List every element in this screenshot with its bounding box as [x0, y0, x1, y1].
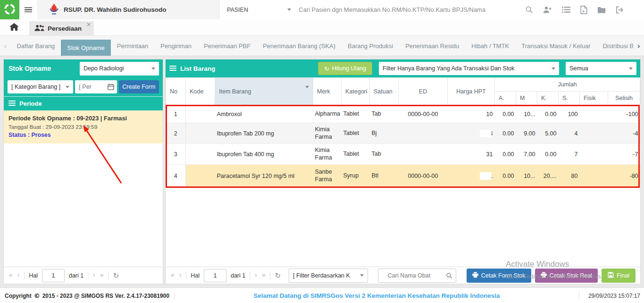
col-item-barang[interactable]: Item Barang — [215, 78, 301, 105]
obat-searchbox — [378, 269, 456, 283]
tab-persediaan[interactable]: Persediaan × — [29, 21, 94, 35]
cell-fisik — [580, 105, 608, 123]
cell-jumlah-m: 7.00 — [516, 144, 537, 165]
last-page-icon[interactable]: » — [100, 272, 104, 279]
table-row[interactable]: 2 Ibuprofen Tab 200 mg Kimia Farma Table… — [166, 123, 640, 144]
cell-no: 3 — [166, 144, 186, 165]
col-ed[interactable]: ED — [399, 78, 448, 105]
cell-jumlah-k: 0.00 — [537, 105, 559, 123]
col-jumlah-k[interactable]: K. — [537, 92, 559, 105]
cell-satuan: Tab — [370, 105, 399, 123]
nav-item-penerimaan-residu[interactable]: Penerimaan Residu — [399, 36, 465, 56]
col-kode[interactable]: Kode — [186, 78, 215, 105]
close-tab-icon[interactable]: × — [86, 22, 91, 27]
cell-harga-hpt: 2.1 — [448, 165, 495, 187]
cell-jumlah-s: 7 — [559, 144, 580, 165]
cetak-stok-real-button[interactable]: Cetak Stok Real — [535, 269, 598, 283]
periode-card-status: Status : Proses — [8, 131, 158, 140]
cell-no: 1 — [166, 105, 186, 123]
col-jumlah-m[interactable]: M — [516, 92, 537, 105]
col-merk[interactable]: Merk — [313, 78, 342, 105]
nav-item-penerimaan-pbf[interactable]: Penerimaan PBF — [198, 36, 257, 56]
col-no[interactable]: No — [166, 78, 186, 105]
kategori-barang-dropdown[interactable]: [ Kategori Barang ] — [8, 80, 73, 93]
list-icon[interactable] — [562, 6, 570, 13]
next-page-icon[interactable]: › — [92, 272, 95, 279]
col-jumlah-s[interactable]: S. — [559, 92, 580, 105]
cell-kategori: Tablet — [342, 123, 370, 144]
cell-kode — [186, 144, 215, 165]
depo-dropdown-value: Depo Radiologi — [84, 65, 124, 72]
nav-item-pengiriman[interactable]: Pengiriman — [154, 36, 198, 56]
logout-icon[interactable] — [616, 6, 624, 14]
filter-transaksi-dropdown[interactable]: Filter Hanya Barang Yang Ada Transaksi D… — [379, 62, 559, 75]
stok-opname-panel: Stok Opname Depo Radiologi [ Kategori Ba… — [4, 59, 163, 284]
nav-item-daftar-barang[interactable]: Daftar Barang — [10, 36, 61, 56]
prev-page-icon[interactable]: ‹ — [179, 272, 182, 279]
cell-jumlah-m: 9.00 — [516, 123, 537, 144]
final-label: Final — [617, 272, 629, 279]
page-number-input[interactable] — [42, 269, 65, 282]
divider — [250, 272, 250, 279]
cetak-form-stok-button[interactable]: Cetak Form Stok — [467, 269, 531, 283]
pdf-file-icon[interactable] — [580, 6, 587, 14]
table-row[interactable]: 3 Ibuprofen Tab 400 mg Kimia Farma Table… — [166, 144, 640, 165]
nav-item-penerimaan-barang-ska[interactable]: Penerimaan Barang (SKA) — [257, 36, 342, 56]
patient-search-input[interactable] — [298, 6, 505, 14]
cell-jumlah-m: 10... — [516, 165, 537, 187]
last-page-icon[interactable]: » — [261, 272, 266, 279]
col-item-filter-caret[interactable] — [301, 78, 313, 105]
search-icon[interactable] — [446, 272, 452, 279]
refresh-icon[interactable]: ↻ — [113, 271, 119, 280]
module-selector[interactable]: PASIEN — [219, 0, 298, 19]
nav-scroll-right-icon[interactable]: › — [633, 36, 644, 56]
final-button[interactable]: Final — [602, 269, 636, 283]
folder-icon[interactable] — [597, 6, 606, 13]
col-fisik[interactable]: Fisik — [580, 92, 608, 105]
menu-toggle-button[interactable] — [19, 0, 38, 19]
dari-label: dari 1 — [69, 272, 84, 279]
first-page-icon[interactable]: « — [170, 272, 175, 279]
col-kategori[interactable]: Kategori — [342, 78, 370, 105]
redaction-patch — [480, 130, 492, 137]
simgos-swirl-icon — [3, 3, 16, 17]
hitung-ulang-label: Hitung Ulang — [332, 65, 366, 72]
caret-down-icon — [360, 274, 364, 277]
table-row[interactable]: 1 Ambroxol Alpharma Tablet Tab 0000-00-0… — [166, 105, 640, 123]
next-page-icon[interactable]: › — [254, 272, 257, 279]
col-selisih[interactable]: Selisih — [608, 92, 640, 105]
col-jumlah-a[interactable]: A. — [495, 92, 516, 105]
refresh-icon[interactable]: ↻ — [275, 271, 281, 280]
footer-datetime-wrap: 29/09/2023 15:07:17 — [574, 292, 644, 299]
cell-selisih: -4 — [608, 123, 640, 144]
filter-kemasan-dropdown[interactable]: [ Filter Berdasarkan K — [289, 269, 368, 283]
prev-page-icon[interactable]: ‹ — [17, 272, 20, 279]
filter-semua-dropdown[interactable]: Semua — [566, 62, 636, 75]
nav-item-transaksi-masuk-keluar[interactable]: Transaksi Masuk / Keluar — [515, 36, 596, 56]
table-row-highlighted[interactable]: 4 Paracetamol Syr 120 mg/5 ml Sanbe Farm… — [166, 165, 640, 187]
home-tab[interactable] — [8, 23, 21, 35]
depo-dropdown[interactable]: Depo Radiologi — [80, 62, 159, 76]
nav-item-hibah-tmtk[interactable]: Hibah / TMTK — [465, 36, 515, 56]
search-icon[interactable] — [525, 6, 533, 14]
cell-satuan: Tab — [370, 144, 399, 165]
hitung-ulang-button[interactable]: ↻ Hitung Ulang — [318, 62, 372, 75]
page-number-input[interactable] — [204, 269, 226, 282]
cell-kode — [186, 165, 215, 187]
obat-search-input[interactable] — [382, 269, 436, 282]
create-form-button[interactable]: Create Form — [119, 80, 159, 93]
top-bar: RSUP. DR. Wahidin Sudirohusodo PASIEN — [0, 0, 644, 20]
dari-label: dari 1 — [231, 272, 245, 279]
nav-item-stok-opname[interactable]: Stok Opname — [61, 40, 111, 56]
stok-opname-title: Stok Opname — [8, 65, 76, 72]
col-harga-hpt[interactable]: Harga HPT — [448, 78, 495, 105]
nav-scroll-left-icon[interactable]: ‹ — [0, 36, 10, 56]
calendar-icon[interactable] — [108, 84, 114, 90]
add-patient-icon[interactable] — [543, 6, 552, 14]
periode-card[interactable]: Periode Stok Opname : 09-2023 | Farmasi … — [4, 110, 163, 143]
nav-item-barang-produksi[interactable]: Barang Produksi — [342, 36, 399, 56]
periode-input[interactable] — [78, 83, 101, 91]
first-page-icon[interactable]: « — [8, 272, 13, 279]
nav-item-permintaan[interactable]: Permintaan — [111, 36, 154, 56]
col-satuan[interactable]: Satuan — [370, 78, 399, 105]
